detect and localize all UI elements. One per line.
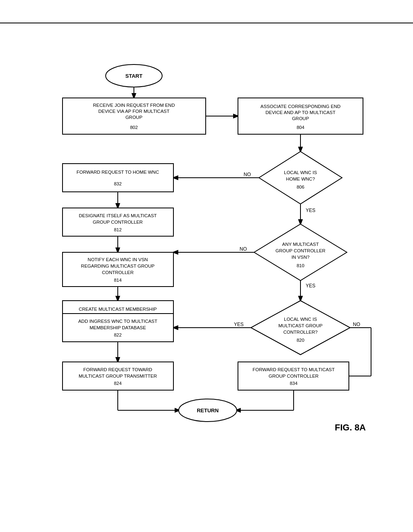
svg-text:YES: YES: [306, 283, 315, 289]
svg-text:DESIGNATE ITSELF AS MULTICAST: DESIGNATE ITSELF AS MULTICAST: [79, 213, 156, 218]
svg-text:NO: NO: [240, 246, 247, 252]
svg-text:806: 806: [296, 185, 304, 189]
svg-rect-118: [63, 164, 173, 192]
svg-text:834: 834: [290, 381, 298, 386]
svg-text:DEVICE AND AP TO MULTICAST: DEVICE AND AP TO MULTICAST: [265, 110, 336, 115]
svg-text:FORWARD REQUEST TO MULTICAST: FORWARD REQUEST TO MULTICAST: [252, 367, 335, 372]
svg-text:CONTROLLER?: CONTROLLER?: [284, 330, 318, 335]
svg-text:REGARDING MULTICAST GROUP: REGARDING MULTICAST GROUP: [81, 264, 155, 268]
svg-text:822: 822: [114, 332, 121, 337]
fig-8a-label: FIG. 8A: [335, 422, 366, 432]
svg-text:RETURN: RETURN: [197, 407, 219, 414]
svg-text:NOTIFY EACH WNC IN VSN: NOTIFY EACH WNC IN VSN: [88, 257, 148, 262]
svg-text:LOCAL WNC IS: LOCAL WNC IS: [284, 317, 317, 322]
svg-text:FORWARD REQUEST TO HOME WNC: FORWARD REQUEST TO HOME WNC: [77, 170, 159, 175]
svg-text:ASSOCIATE CORRESPONDING END: ASSOCIATE CORRESPONDING END: [261, 104, 341, 109]
svg-text:802: 802: [130, 125, 138, 130]
svg-text:YES: YES: [234, 322, 244, 327]
svg-text:MULTICAST GROUP TRANSMITTER: MULTICAST GROUP TRANSMITTER: [79, 374, 157, 378]
svg-text:RECEIVE JOIN REQUEST FROM END: RECEIVE JOIN REQUEST FROM END: [93, 103, 175, 108]
svg-text:ADD INGRESS WNC TO MULTICAST: ADD INGRESS WNC TO MULTICAST: [78, 319, 157, 324]
svg-text:820: 820: [296, 338, 304, 343]
svg-text:NO: NO: [244, 172, 251, 177]
svg-text:YES: YES: [306, 208, 315, 213]
header-middle: [203, 8, 210, 15]
svg-text:MEMBERSHIP DATABASE: MEMBERSHIP DATABASE: [90, 325, 146, 330]
svg-text:HOME WNC?: HOME WNC?: [286, 177, 315, 181]
svg-text:GROUP CONTROLLER: GROUP CONTROLLER: [275, 248, 325, 253]
svg-text:START: START: [125, 73, 142, 79]
svg-text:GROUP: GROUP: [125, 115, 143, 120]
svg-text:GROUP CONTROLLER: GROUP CONTROLLER: [269, 374, 319, 378]
svg-text:GROUP CONTROLLER: GROUP CONTROLLER: [93, 220, 143, 224]
svg-text:FORWARD REQUEST TOWARD: FORWARD REQUEST TOWARD: [83, 367, 152, 372]
header: [0, 0, 413, 23]
svg-text:814: 814: [114, 278, 122, 283]
svg-text:CREATE MULTICAST MEMBERSHIP: CREATE MULTICAST MEMBERSHIP: [79, 307, 157, 312]
svg-text:804: 804: [296, 125, 305, 130]
svg-text:CONTROLLER: CONTROLLER: [102, 270, 134, 275]
svg-text:832: 832: [114, 181, 121, 186]
svg-text:DEVICE VIA AP FOR MULTICAST: DEVICE VIA AP FOR MULTICAST: [98, 109, 170, 114]
svg-text:IN VSN?: IN VSN?: [292, 255, 310, 260]
svg-text:812: 812: [114, 227, 121, 232]
svg-text:ANY MULTICAST: ANY MULTICAST: [282, 242, 319, 247]
svg-text:810: 810: [296, 263, 304, 268]
svg-text:GROUP: GROUP: [292, 116, 309, 121]
svg-text:LOCAL WNC IS: LOCAL WNC IS: [284, 170, 317, 175]
svg-text:MULTICAST GROUP: MULTICAST GROUP: [278, 323, 323, 328]
patent-flowchart: START RECEIVE JOIN REQUEST FROM END DEVI…: [0, 23, 413, 532]
svg-text:NO: NO: [353, 322, 360, 327]
main-content: START RECEIVE JOIN REQUEST FROM END DEVI…: [0, 23, 413, 532]
svg-text:824: 824: [114, 381, 122, 386]
